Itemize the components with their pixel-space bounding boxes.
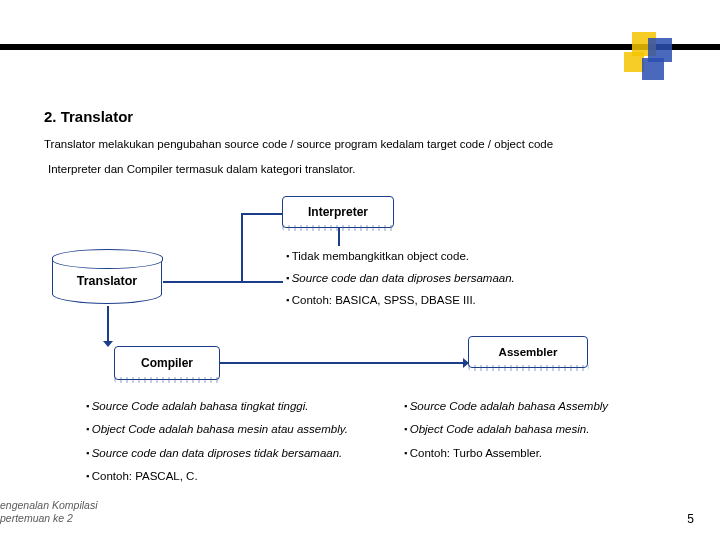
assembler-label: Assembler	[499, 346, 558, 358]
list-item: Source code dan data diproses bersamaan.	[286, 268, 515, 290]
list-item: Object Code adalah bahasa mesin.	[404, 421, 704, 438]
connector-line	[241, 213, 282, 215]
slide-logo	[624, 32, 680, 88]
translator-label: Translator	[77, 274, 137, 288]
header-divider	[0, 44, 720, 50]
connector-line	[107, 306, 109, 346]
connector-line	[220, 362, 468, 364]
assembler-box: Assembler	[468, 336, 588, 368]
interpreter-bullets: Tidak membangkitkan object code. Source …	[286, 246, 515, 312]
list-item: Tidak membangkitkan object code.	[286, 246, 515, 268]
compiler-label: Compiler	[141, 356, 193, 370]
list-item: Object Code adalah bahasa mesin atau ass…	[86, 421, 396, 438]
compiler-bullets: Source Code adalah bahasa tingkat tinggi…	[86, 398, 396, 491]
intro-paragraph-1: Translator melakukan pengubahan source c…	[44, 138, 553, 150]
list-item: Source Code adalah bahasa tingkat tinggi…	[86, 398, 396, 415]
interpreter-box: Interpreter	[282, 196, 394, 228]
list-item: Source Code adalah bahasa Assembly	[404, 398, 704, 415]
list-item: Contoh: BASICA, SPSS, DBASE III.	[286, 290, 515, 312]
arrowhead-icon	[463, 358, 469, 368]
interpreter-label: Interpreter	[308, 205, 368, 219]
assembler-bullets: Source Code adalah bahasa Assembly Objec…	[404, 398, 704, 468]
footer-course-info: engenalan Kompilasi pertemuan ke 2	[0, 499, 97, 526]
connector-line	[163, 281, 283, 283]
list-item: Contoh: Turbo Assembler.	[404, 445, 704, 462]
page-number: 5	[687, 512, 694, 526]
compiler-box: Compiler	[114, 346, 220, 380]
section-heading: 2. Translator	[44, 108, 133, 125]
intro-paragraph-2: Interpreter dan Compiler termasuk dalam …	[48, 163, 355, 175]
list-item: Source code dan data diproses tidak bers…	[86, 445, 396, 462]
connector-line	[338, 228, 340, 246]
translator-cylinder: Translator	[52, 258, 162, 304]
arrowhead-icon	[103, 341, 113, 347]
connector-line	[241, 213, 243, 281]
list-item: Contoh: PASCAL, C.	[86, 468, 396, 485]
